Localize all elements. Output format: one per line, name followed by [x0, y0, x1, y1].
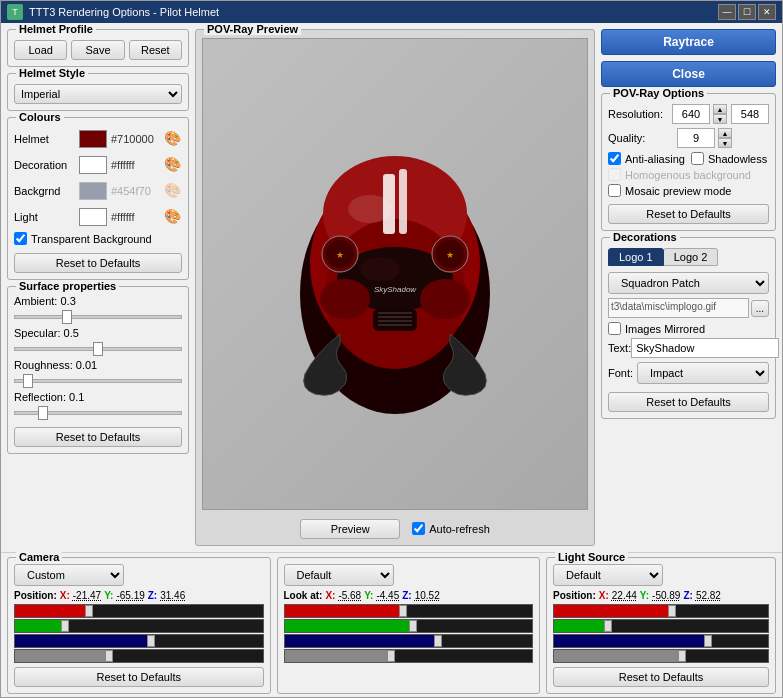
resolution-height-input[interactable] — [731, 104, 769, 124]
decoration-color-value: #ffffff — [111, 159, 160, 171]
images-mirrored-row: Images Mirrored — [608, 322, 769, 335]
reset-profile-button[interactable]: Reset — [129, 40, 182, 60]
cam-slider-2[interactable] — [14, 619, 264, 633]
cam-slider-3[interactable] — [14, 634, 264, 648]
light-source-select[interactable]: Default — [553, 564, 663, 586]
lookat-z-value[interactable]: 10.52 — [415, 590, 440, 601]
raytrace-button[interactable]: Raytrace — [601, 29, 776, 55]
helmet-color-swatch[interactable] — [79, 130, 107, 148]
light-sliders — [553, 604, 769, 663]
lookat-x-label: X: — [325, 590, 335, 601]
minimize-button[interactable]: — — [718, 4, 736, 20]
background-color-value: #454f70 — [111, 185, 160, 197]
close-button[interactable]: ✕ — [758, 4, 776, 20]
surface-reset-button[interactable]: Reset to Defaults — [14, 427, 182, 447]
decoration-color-label: Decoration — [14, 159, 79, 171]
bottom-panel: Camera Custom Default Front Side Top Pos… — [1, 552, 782, 697]
look-at-select[interactable]: Default — [284, 564, 394, 586]
light-slider-1[interactable] — [553, 604, 769, 618]
quality-input[interactable] — [677, 128, 715, 148]
cam-slider-4[interactable] — [14, 649, 264, 663]
ambient-slider[interactable] — [14, 315, 182, 319]
save-button[interactable]: Save — [71, 40, 124, 60]
helmet-color-picker-icon[interactable]: 🎨 — [164, 130, 182, 148]
camera-reset-button[interactable]: Reset to Defaults — [14, 667, 264, 687]
antialiasing-checkbox[interactable] — [608, 152, 621, 165]
look-at-top-row: Default — [284, 564, 534, 586]
lookat-x-value[interactable]: -5.68 — [338, 590, 361, 601]
quality-row: Quality: ▲ ▼ — [608, 128, 769, 148]
light-slider-2[interactable] — [553, 619, 769, 633]
roughness-slider[interactable] — [14, 379, 182, 383]
decoration-color-picker-icon[interactable]: 🎨 — [164, 156, 182, 174]
light-source-title: Light Source — [555, 551, 628, 563]
colours-reset-button[interactable]: Reset to Defaults — [14, 253, 182, 273]
images-mirrored-label: Images Mirrored — [625, 323, 705, 335]
svg-point-5 — [360, 257, 400, 281]
decoration-text-input[interactable] — [631, 338, 779, 358]
tab-logo1[interactable]: Logo 1 — [608, 248, 664, 266]
cam-z-value[interactable]: 31.46 — [160, 590, 185, 601]
lookat-slider-3[interactable] — [284, 634, 534, 648]
cam-y-value[interactable]: -65.19 — [116, 590, 144, 601]
close-button-main[interactable]: Close — [601, 61, 776, 87]
font-select[interactable]: Impact Arial Times New Roman Verdana — [637, 362, 769, 384]
light-slider-3[interactable] — [553, 634, 769, 648]
shadowless-label: Shadowless — [708, 153, 767, 165]
helmet-profile-title: Helmet Profile — [16, 23, 96, 35]
lookat-slider-1[interactable] — [284, 604, 534, 618]
main-window: T TTT3 Rendering Options - Pilot Helmet … — [0, 0, 783, 698]
transparent-bg-checkbox[interactable] — [14, 232, 27, 245]
cam-x-value[interactable]: -21.47 — [73, 590, 101, 601]
images-mirrored-checkbox[interactable] — [608, 322, 621, 335]
light-color-picker-icon[interactable]: 🎨 — [164, 208, 182, 226]
specular-slider[interactable] — [14, 347, 182, 351]
light-y-value[interactable]: -50.89 — [652, 590, 680, 601]
cam-slider-1-fill — [15, 605, 89, 617]
app-icon: T — [7, 4, 23, 20]
title-bar-buttons: — ☐ ✕ — [718, 4, 776, 20]
povray-options-group: POV-Ray Options Resolution: ▲ ▼ Quality: — [601, 93, 776, 231]
helmet-style-title: Helmet Style — [16, 67, 88, 79]
helmet-style-select[interactable]: Imperial Rebel Clone Custom — [14, 84, 182, 104]
transparent-bg-row: Transparent Background — [14, 232, 182, 245]
reflection-slider[interactable] — [14, 411, 182, 415]
light-source-group: Light Source Default Position: X: 22.44 … — [546, 557, 776, 694]
maximize-button[interactable]: ☐ — [738, 4, 756, 20]
tab-logo2[interactable]: Logo 2 — [663, 248, 719, 266]
light-slider-4[interactable] — [553, 649, 769, 663]
light-z-value[interactable]: 52.82 — [696, 590, 721, 601]
quality-down-button[interactable]: ▼ — [718, 138, 732, 148]
look-at-coords: Look at: X: -5.68 Y: -4.45 Z: 10.52 — [284, 590, 534, 601]
cam-slider-1[interactable] — [14, 604, 264, 618]
decoration-color-swatch[interactable] — [79, 156, 107, 174]
load-button[interactable]: Load — [14, 40, 67, 60]
deco-type-select[interactable]: Squadron Patch Custom Image None — [608, 272, 769, 294]
preview-title: POV-Ray Preview — [204, 23, 301, 35]
background-color-picker-icon: 🎨 — [164, 182, 182, 200]
cam-slider-1-thumb — [85, 605, 93, 617]
background-color-label: Backgrnd — [14, 185, 79, 197]
title-bar: T TTT3 Rendering Options - Pilot Helmet … — [1, 1, 782, 23]
preview-button[interactable]: Preview — [300, 519, 400, 539]
resolution-width-input[interactable] — [672, 104, 710, 124]
quality-up-button[interactable]: ▲ — [718, 128, 732, 138]
light-color-swatch[interactable] — [79, 208, 107, 226]
lookat-y-value[interactable]: -4.45 — [376, 590, 399, 601]
deco-browse-button[interactable]: ... — [751, 300, 769, 317]
auto-refresh-checkbox[interactable] — [412, 522, 425, 535]
decorations-reset-button[interactable]: Reset to Defaults — [608, 392, 769, 412]
camera-top-row: Custom Default Front Side Top — [14, 564, 264, 586]
res-w-up-button[interactable]: ▲ — [713, 104, 727, 114]
mosaic-preview-checkbox[interactable] — [608, 184, 621, 197]
camera-select[interactable]: Custom Default Front Side Top — [14, 564, 124, 586]
light-x-value[interactable]: 22.44 — [612, 590, 637, 601]
lookat-slider-4[interactable] — [284, 649, 534, 663]
shadowless-checkbox[interactable] — [691, 152, 704, 165]
antialiasing-shadowless-row: Anti-aliasing Shadowless — [608, 152, 769, 168]
povray-reset-button[interactable]: Reset to Defaults — [608, 204, 769, 224]
res-w-down-button[interactable]: ▼ — [713, 114, 727, 124]
lookat-slider-4-thumb — [387, 650, 395, 662]
lookat-slider-2[interactable] — [284, 619, 534, 633]
light-source-reset-button[interactable]: Reset to Defaults — [553, 667, 769, 687]
